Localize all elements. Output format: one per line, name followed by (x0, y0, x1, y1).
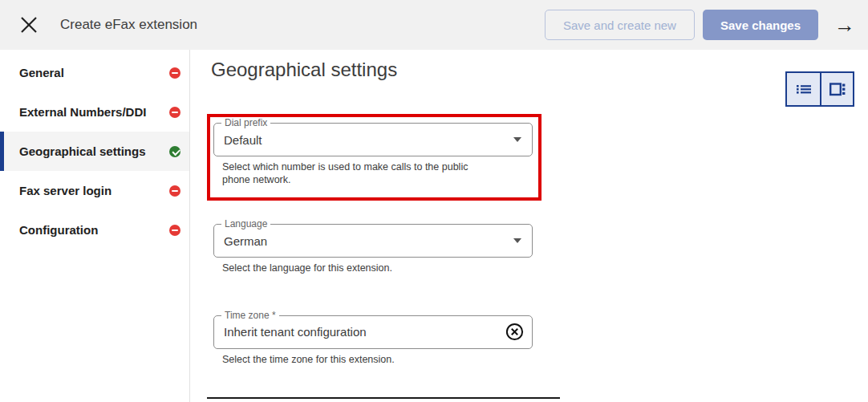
clear-time-zone-button[interactable] (505, 323, 524, 341)
field-value: German (224, 234, 513, 248)
forward-button[interactable]: → (829, 14, 860, 35)
create-efax-extension-dialog: Create eFax extension Save and create ne… (0, 0, 868, 402)
minus-circle-icon (169, 185, 180, 197)
sidebar-item-label: Geographical settings (19, 144, 146, 158)
clear-circle-icon (505, 323, 524, 341)
check-circle-icon (169, 146, 180, 157)
dropdown-arrow-icon (513, 137, 521, 142)
sidebar-item-label: External Numbers/DDI (19, 105, 146, 119)
save-and-create-new-button[interactable]: Save and create new (545, 10, 695, 40)
sidebar-item-label: General (19, 66, 64, 79)
arrow-right-icon: → (834, 13, 855, 37)
dial-prefix-field-group: Dial prefix Default Select which number … (213, 123, 533, 186)
highlight-annotation: Dial prefix Default Select which number … (207, 114, 541, 201)
time-zone-input[interactable]: Time zone * Inherit tenant configuration (213, 315, 533, 349)
page-title: Geographical settings (211, 59, 868, 81)
field-label: Language (221, 218, 270, 229)
field-value: Default (224, 133, 513, 147)
detail-view-button[interactable] (820, 73, 853, 105)
field-helper-text: Select the language for this extension. (222, 262, 533, 275)
sidebar-item-geographical-settings[interactable]: Geographical settings (0, 132, 189, 171)
settings-sidebar: General External Numbers/DDI Geographica… (0, 50, 190, 402)
field-helper-text: Select which number is used to make call… (222, 161, 495, 186)
minus-circle-icon (169, 107, 180, 118)
time-zone-field-group: Time zone * Inherit tenant configuration… (213, 315, 533, 367)
sidebar-item-label: Configuration (19, 223, 98, 237)
sidebar-item-configuration[interactable]: Configuration (0, 210, 189, 250)
language-field-group: Language German Select the language for … (213, 224, 533, 275)
dropdown-arrow-icon (513, 238, 521, 243)
view-toggle-group (785, 71, 854, 107)
field-label: Dial prefix (221, 117, 270, 128)
detail-view-icon (829, 83, 846, 96)
header-actions: Save and create new Save changes → (545, 0, 860, 50)
section-divider (207, 397, 560, 399)
close-x-icon (20, 16, 38, 34)
list-view-icon (796, 83, 812, 95)
sidebar-item-fax-server-login[interactable]: Fax server login (0, 171, 189, 210)
language-select[interactable]: Language German (213, 224, 533, 258)
geographical-settings-panel: Geographical settings (191, 50, 868, 402)
field-value: Inherit tenant configuration (224, 325, 505, 339)
dial-prefix-select[interactable]: Dial prefix Default (213, 123, 533, 156)
minus-circle-icon (169, 225, 180, 236)
field-label: Time zone * (221, 310, 279, 321)
list-view-button[interactable] (787, 73, 820, 105)
save-changes-button[interactable]: Save changes (703, 10, 818, 40)
sidebar-item-general[interactable]: General (0, 53, 189, 92)
minus-circle-icon (169, 67, 180, 79)
sidebar-item-label: Fax server login (19, 184, 112, 197)
sidebar-item-external-numbers-ddi[interactable]: External Numbers/DDI (0, 92, 189, 132)
field-helper-text: Select the time zone for this extension. (222, 354, 533, 367)
dialog-header: Create eFax extension Save and create ne… (0, 0, 868, 50)
close-button[interactable] (18, 14, 40, 36)
dialog-title: Create eFax extension (60, 17, 197, 33)
